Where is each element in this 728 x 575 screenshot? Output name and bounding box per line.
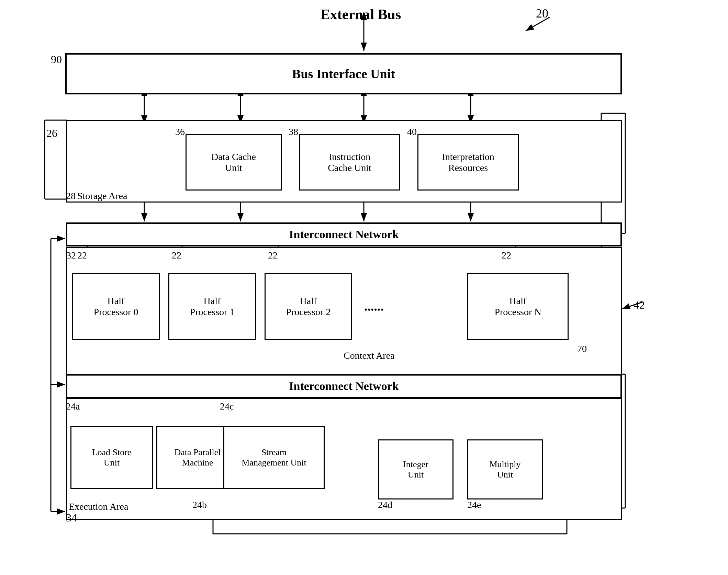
half-processor-0-box: Half Processor 0	[72, 273, 160, 340]
multiply-unit-label: Multiply Unit	[489, 459, 520, 480]
half-processor-0-label: Half Processor 0	[94, 296, 138, 318]
ref-22d: 22	[502, 250, 511, 261]
multiply-unit-box: Multiply Unit	[467, 439, 543, 499]
execution-area-label: Execution Area	[69, 501, 128, 512]
data-cache-unit-label: Data Cache Unit	[211, 151, 256, 173]
storage-area-label: Storage Area	[77, 191, 127, 202]
ref-24d: 24d	[378, 499, 392, 510]
ref-28: 28	[66, 191, 76, 202]
interconnect-network-bottom-label: Interconnect Network	[289, 380, 399, 393]
half-processor-n-box: Half Processor N	[467, 273, 569, 340]
data-cache-unit-box: Data Cache Unit	[186, 134, 282, 191]
half-processor-n-label: Half Processor N	[494, 296, 541, 318]
ref-22c: 22	[268, 250, 278, 261]
bus-interface-unit-label: Bus Interface Unit	[292, 66, 395, 81]
load-store-unit-box: Load Store Unit	[70, 426, 153, 489]
half-processor-1-box: Half Processor 1	[168, 273, 256, 340]
half-processor-1-label: Half Processor 1	[190, 296, 235, 318]
bus-interface-unit-box: Bus Interface Unit	[65, 53, 622, 94]
half-processor-2-box: Half Processor 2	[265, 273, 352, 340]
load-store-unit-label: Load Store Unit	[92, 447, 132, 468]
stream-management-unit-box: Stream Management Unit	[223, 426, 325, 489]
ref-22a: 22	[77, 250, 87, 261]
ref-24c: 24c	[220, 401, 234, 412]
ref-20: 20	[536, 6, 548, 21]
half-processor-2-label: Half Processor 2	[286, 296, 331, 318]
ref-26: 26	[46, 127, 57, 140]
context-area-label: Context Area	[344, 350, 395, 361]
interpretation-resources-label: Interpretation Resources	[442, 151, 494, 173]
ref-34: 34	[66, 511, 77, 524]
ref-42: 42	[634, 299, 645, 311]
integer-unit-label: Integer Unit	[403, 459, 428, 480]
integer-unit-box: Integer Unit	[378, 439, 453, 499]
ref-22b: 22	[172, 250, 181, 261]
ref-24e: 24e	[467, 499, 481, 510]
ref-38: 38	[289, 126, 298, 137]
data-parallel-machine-label: Data Parallel Machine	[175, 447, 221, 468]
stream-management-unit-label: Stream Management Unit	[242, 447, 306, 468]
interconnect-network-top-box: Interconnect Network	[66, 222, 622, 246]
interconnect-network-top-label: Interconnect Network	[289, 228, 399, 241]
external-bus-label: External Bus	[275, 6, 447, 23]
ref-24a: 24a	[66, 401, 80, 412]
instruction-cache-unit-label: Instruction Cache Unit	[328, 151, 371, 173]
ref-40: 40	[407, 126, 417, 137]
ref-90: 90	[51, 53, 62, 66]
interpretation-resources-box: Interpretation Resources	[417, 134, 519, 191]
instruction-cache-unit-box: Instruction Cache Unit	[299, 134, 400, 191]
dots-label: ......	[364, 299, 384, 314]
ref-32: 32	[66, 250, 76, 261]
ref-36: 36	[175, 126, 185, 137]
ref-70: 70	[577, 343, 587, 354]
ref-24b: 24b	[192, 499, 207, 510]
interconnect-network-bottom-box: Interconnect Network	[66, 374, 622, 398]
